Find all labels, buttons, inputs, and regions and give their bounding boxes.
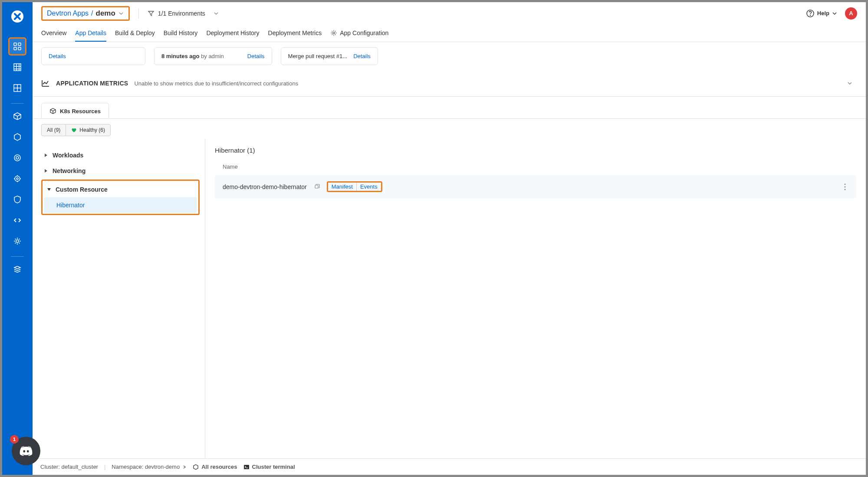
sidebar-cube[interactable] <box>8 107 26 125</box>
tab-app-configuration[interactable]: App Configuration <box>330 25 388 42</box>
footer: Cluster: default_cluster | Namespace: de… <box>33 458 866 475</box>
metrics-bar: APPLICATION METRICS Unable to show metri… <box>33 74 866 97</box>
help-icon <box>806 9 815 18</box>
card-2-text: 8 minutes ago by admin <box>161 53 224 59</box>
resource-row[interactable]: demo-devtron-demo-hibernator Manifest Ev… <box>215 175 856 198</box>
card-1-details[interactable]: Details <box>49 53 66 59</box>
heart-icon <box>71 127 77 133</box>
card-3-text: Merge pull request #1... <box>288 53 348 59</box>
content-title: Hibernator (1) <box>215 147 856 154</box>
chart-icon <box>41 79 50 88</box>
tab-build-deploy[interactable]: Build & Deploy <box>115 25 155 42</box>
chevron-down-icon <box>47 187 51 192</box>
sidebar-panel[interactable] <box>8 79 26 97</box>
card-3: Merge pull request #1... Details <box>281 47 378 65</box>
tree-hibernator[interactable]: Hibernator <box>44 197 197 213</box>
sidebar-settings[interactable] <box>8 232 26 250</box>
cube-icon <box>193 464 199 470</box>
filter-all[interactable]: All (9) <box>41 124 66 136</box>
tree-custom-resource[interactable]: Custom Resource <box>44 182 197 197</box>
tabs: Overview App Details Build & Deploy Buil… <box>33 25 866 42</box>
resource-content: Hibernator (1) Name demo-devtron-demo-hi… <box>205 139 866 475</box>
metrics-title: APPLICATION METRICS <box>56 80 128 87</box>
card-1: Details <box>41 47 145 65</box>
sidebar <box>2 2 33 475</box>
svg-rect-5 <box>14 64 21 71</box>
metrics-message: Unable to show metrics due to insufficie… <box>134 80 298 87</box>
card-2: 8 minutes ago by admin Details <box>154 47 272 65</box>
cards-row: Details 8 minutes ago by admin Details M… <box>33 42 866 74</box>
manifest-link[interactable]: Manifest <box>328 183 356 191</box>
footer-all-resources[interactable]: All resources <box>193 464 237 470</box>
sidebar-cube2[interactable] <box>8 128 26 146</box>
tree-workloads[interactable]: Workloads <box>41 147 200 163</box>
help-button[interactable]: Help <box>806 9 837 18</box>
row-name: demo-devtron-demo-hibernator <box>223 183 307 190</box>
gear-icon <box>330 29 337 36</box>
k8s-resources-label: K8s Resources <box>60 108 101 114</box>
sidebar-code[interactable] <box>8 211 26 229</box>
filter-healthy[interactable]: Healthy (6) <box>66 124 111 136</box>
footer-namespace[interactable]: Namespace: devtron-demo <box>112 464 187 470</box>
svg-point-23 <box>810 15 810 15</box>
svg-rect-1 <box>14 43 16 46</box>
breadcrumb-current: demo <box>96 9 115 18</box>
svg-point-21 <box>16 240 19 242</box>
chevron-down-icon <box>832 11 837 16</box>
chevron-down-icon[interactable] <box>847 80 853 86</box>
svg-rect-3 <box>14 47 16 50</box>
env-filter-label: 1/1 Environments <box>158 10 205 17</box>
col-name-header: Name <box>215 163 856 175</box>
devtron-logo[interactable] <box>10 9 25 24</box>
chevron-right-icon <box>44 169 48 173</box>
header: Devtron Apps / demo 1/1 Environments Hel… <box>33 2 866 25</box>
filters: All (9) Healthy (6) <box>33 119 866 139</box>
sidebar-stack[interactable] <box>8 260 26 278</box>
sidebar-target[interactable] <box>8 149 26 167</box>
chevron-right-icon <box>182 465 187 469</box>
copy-icon[interactable] <box>314 184 320 190</box>
breadcrumb-separator: / <box>91 10 93 17</box>
card-2-details[interactable]: Details <box>247 53 265 59</box>
svg-point-27 <box>845 186 846 187</box>
svg-point-14 <box>16 157 19 159</box>
chevron-down-icon[interactable] <box>118 10 124 16</box>
tab-app-details[interactable]: App Details <box>75 25 106 42</box>
svg-rect-4 <box>18 47 21 50</box>
svg-rect-29 <box>244 465 249 469</box>
sidebar-applications[interactable] <box>8 37 26 56</box>
svg-point-16 <box>16 178 18 180</box>
tab-app-config-label: App Configuration <box>340 29 388 36</box>
k8s-resources-tab[interactable]: K8s Resources <box>41 103 109 119</box>
tab-overview[interactable]: Overview <box>41 25 66 42</box>
chevron-right-icon <box>44 153 48 157</box>
tree-networking[interactable]: Networking <box>41 163 200 179</box>
breadcrumb[interactable]: Devtron Apps / demo <box>41 6 130 21</box>
sidebar-shield[interactable] <box>8 190 26 209</box>
breadcrumb-parent[interactable]: Devtron Apps <box>47 10 89 17</box>
tab-build-history[interactable]: Build History <box>164 25 198 42</box>
svg-point-28 <box>845 189 846 190</box>
help-label: Help <box>817 10 829 16</box>
row-menu[interactable] <box>842 183 848 190</box>
svg-point-24 <box>333 32 335 33</box>
discord-button[interactable]: 1 <box>12 437 40 465</box>
events-link[interactable]: Events <box>356 183 381 191</box>
env-filter[interactable]: 1/1 Environments <box>148 10 219 17</box>
svg-point-15 <box>15 176 20 181</box>
discord-badge: 1 <box>10 435 19 444</box>
sidebar-gear[interactable] <box>8 170 26 188</box>
svg-point-26 <box>845 183 846 185</box>
cube-icon <box>49 108 56 114</box>
tab-deployment-metrics[interactable]: Deployment Metrics <box>268 25 322 42</box>
card-3-details[interactable]: Details <box>353 53 371 59</box>
sidebar-grid[interactable] <box>8 58 26 76</box>
tab-deployment-history[interactable]: Deployment History <box>206 25 259 42</box>
row-actions: Manifest Events <box>327 181 382 192</box>
resource-tree: Workloads Networking Custom Resource Hib… <box>33 139 205 475</box>
svg-rect-25 <box>315 185 318 188</box>
svg-point-13 <box>14 155 20 161</box>
footer-cluster-terminal[interactable]: Cluster terminal <box>243 464 295 470</box>
svg-rect-2 <box>18 43 21 46</box>
user-avatar[interactable]: A <box>845 7 857 20</box>
